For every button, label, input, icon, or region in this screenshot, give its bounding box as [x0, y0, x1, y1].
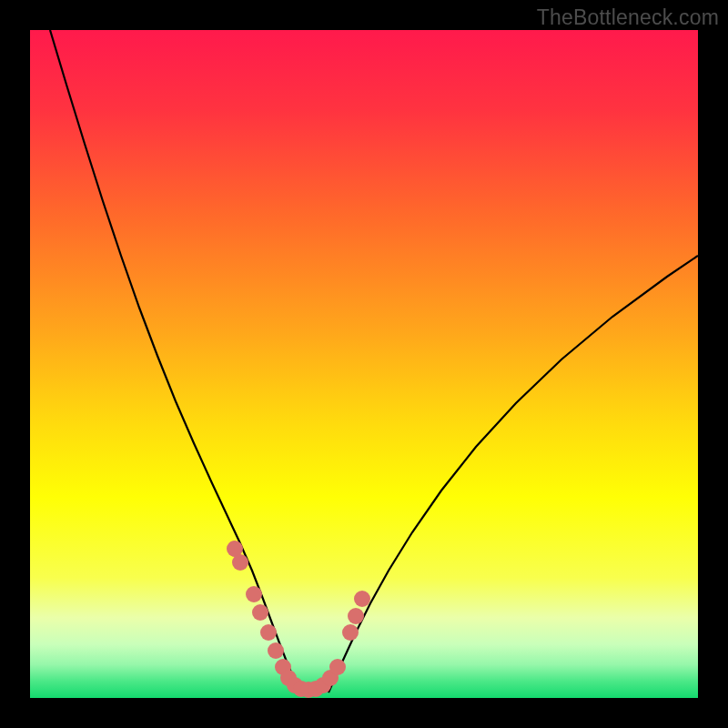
- overlay-dot: [252, 604, 268, 621]
- watermark-text: TheBottleneck.com: [537, 5, 719, 30]
- left-curve: [50, 30, 300, 693]
- curve-layer: [30, 30, 698, 698]
- plot-area: [30, 30, 698, 698]
- overlay-dot: [246, 586, 262, 602]
- overlay-dot: [260, 624, 277, 641]
- overlay-dot: [268, 642, 284, 659]
- overlay-dot: [342, 624, 359, 641]
- overlay-dot: [354, 591, 370, 607]
- right-curve: [329, 256, 698, 693]
- overlay-dot: [348, 608, 364, 624]
- overlay-dot: [232, 554, 248, 571]
- overlay-dots: [227, 541, 370, 698]
- chart-canvas: TheBottleneck.com: [0, 0, 728, 728]
- overlay-dot: [329, 659, 346, 675]
